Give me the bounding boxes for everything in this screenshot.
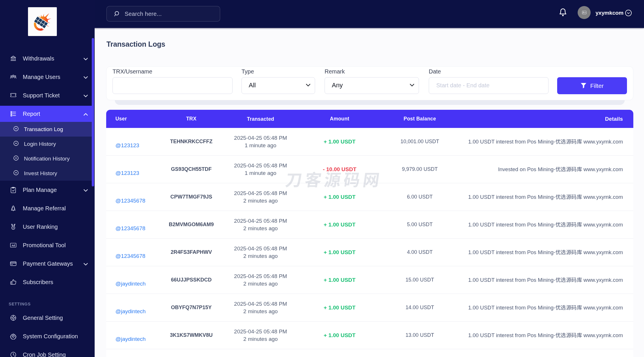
svg-text:Ad: Ad: [12, 244, 15, 247]
